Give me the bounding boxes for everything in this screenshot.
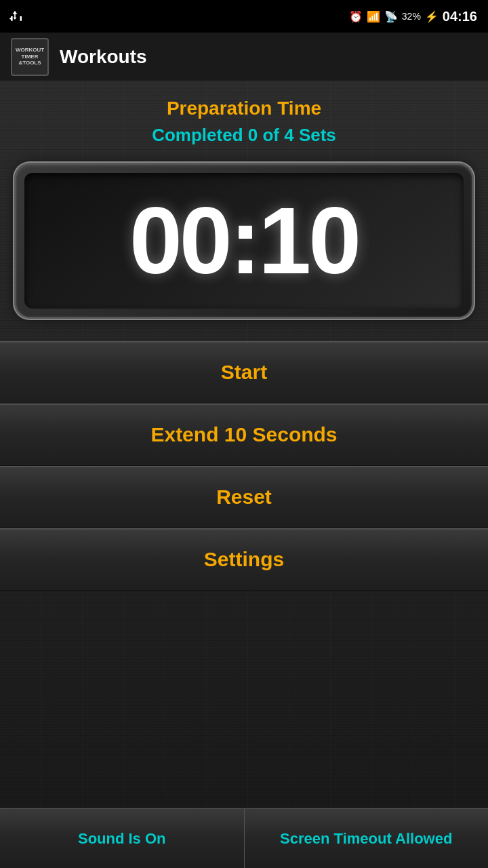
battery-level: 32% — [402, 11, 421, 22]
screen-timeout-label: Screen Timeout Allowed — [280, 830, 452, 848]
charging-icon: ⚡ — [425, 10, 439, 23]
usb-icon — [8, 8, 22, 27]
signal-icon: 📡 — [384, 10, 398, 23]
timer-inner: 00:10 — [24, 173, 464, 309]
app-icon: WORKOUT TIMER &TOOLS — [11, 38, 49, 76]
screen-timeout-button[interactable]: Screen Timeout Allowed — [245, 809, 489, 868]
start-button-label: Start — [221, 361, 267, 384]
extend-button[interactable]: Extend 10 Seconds — [0, 403, 488, 466]
sets-label: Completed 0 of 4 Sets — [11, 125, 477, 146]
main-content: Preparation Time Completed 0 of 4 Sets 0… — [0, 81, 488, 808]
status-time: 04:16 — [443, 9, 477, 24]
app-title: Workouts — [60, 46, 147, 68]
reset-button-label: Reset — [216, 486, 272, 509]
timer-display: 00:10 — [129, 193, 359, 288]
settings-button[interactable]: Settings — [0, 528, 488, 591]
alarm-icon: ⏰ — [349, 10, 363, 23]
sound-toggle-label: Sound Is On — [78, 830, 166, 848]
reset-button[interactable]: Reset — [0, 466, 488, 528]
bottom-bar: Sound Is On Screen Timeout Allowed — [0, 808, 488, 868]
status-right-icons: ⏰ 📶 📡 32% ⚡ 04:16 — [349, 9, 477, 24]
header-section: Preparation Time Completed 0 of 4 Sets — [0, 81, 488, 154]
timer-outer: 00:10 — [16, 165, 472, 317]
settings-button-label: Settings — [204, 548, 284, 571]
timer-section: 00:10 — [0, 154, 488, 328]
status-bar: ⏰ 📶 📡 32% ⚡ 04:16 — [0, 0, 488, 33]
prep-time-label: Preparation Time — [11, 98, 477, 119]
extend-button-label: Extend 10 Seconds — [150, 423, 337, 446]
app-bar: WORKOUT TIMER &TOOLS Workouts — [0, 33, 488, 81]
wifi-icon: 📶 — [367, 10, 380, 23]
sound-toggle-button[interactable]: Sound Is On — [0, 809, 245, 868]
buttons-section: Start Extend 10 Seconds Reset Settings — [0, 328, 488, 808]
start-button[interactable]: Start — [0, 341, 488, 403]
